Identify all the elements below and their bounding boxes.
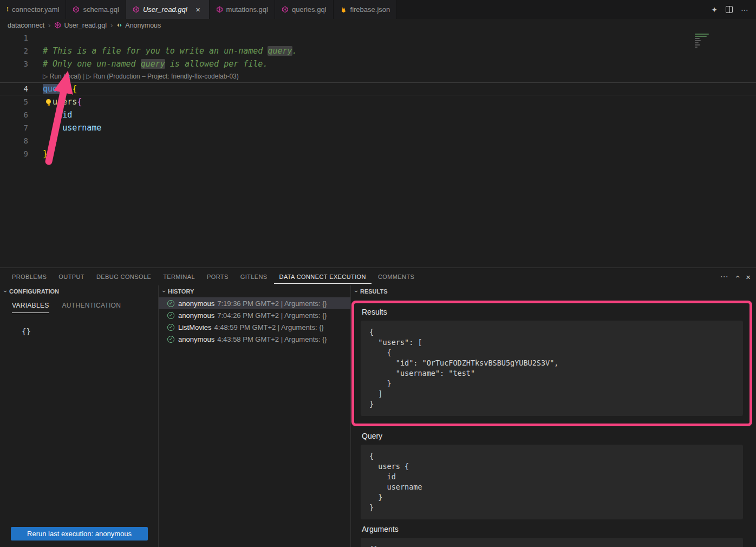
codelens-row: ▷ Run (local) | ▷ Run (Production – Proj… xyxy=(0,70,756,82)
panel-tab-problems[interactable]: PROBLEMS xyxy=(6,270,52,284)
history-item[interactable]: ✓ListMovies4:48:59 PM GMT+2 | Arguments:… xyxy=(159,321,350,333)
editor-line-3: 3# Only one un-named query is allowed pe… xyxy=(0,57,756,70)
tab-label: schema.gql xyxy=(83,5,119,14)
breadcrumb-item[interactable]: Anonymous xyxy=(125,22,161,29)
token: id xyxy=(62,110,72,120)
panel-tab-terminal[interactable]: TERMINAL xyxy=(158,270,200,284)
lightbulb-icon[interactable] xyxy=(46,99,51,104)
token: # Only one un-named xyxy=(43,59,141,69)
check-circle-icon: ✓ xyxy=(167,324,174,331)
history-item-meta: 7:04:26 PM GMT+2 | Arguments: {} xyxy=(217,311,327,320)
split-editor-icon[interactable] xyxy=(726,6,733,13)
minimap-line xyxy=(695,40,701,41)
panel-more-icon[interactable]: ⋯ xyxy=(720,272,728,282)
tab-label: User_read.gql xyxy=(143,5,187,14)
panel-actions: ⋯ › × xyxy=(720,272,751,282)
rerun-last-execution-button[interactable]: Rerun last execution: anonymous xyxy=(11,527,148,541)
history-list: ✓anonymous7:19:36 PM GMT+2 | Arguments: … xyxy=(159,297,350,547)
history-item[interactable]: ✓anonymous4:43:58 PM GMT+2 | Arguments: … xyxy=(159,333,350,345)
line-number: 7 xyxy=(0,121,28,134)
editor-tab-firebase-json[interactable]: firebase.json xyxy=(334,0,397,19)
history-item[interactable]: ✓anonymous7:19:36 PM GMT+2 | Arguments: … xyxy=(159,297,350,309)
panel-tab-data-connect-execution[interactable]: DATA CONNECT EXECUTION xyxy=(274,270,372,284)
code-text: } xyxy=(43,149,48,159)
panel-maximize-icon[interactable]: › xyxy=(733,276,741,278)
panel-tab-output[interactable]: OUTPUT xyxy=(53,270,90,284)
token xyxy=(67,84,72,94)
panel-close-icon[interactable]: × xyxy=(746,272,751,282)
breadcrumb-item[interactable]: User_read.gql xyxy=(64,22,107,29)
line-number: 9 xyxy=(0,147,28,160)
editor-tab-mutations-gql[interactable]: mutations.gql xyxy=(210,0,275,19)
chevron-right-icon: › xyxy=(110,21,113,29)
chevron-right-icon: › xyxy=(48,21,50,29)
history-pane: › HISTORY ✓anonymous7:19:36 PM GMT+2 | A… xyxy=(159,285,351,547)
close-icon[interactable]: × xyxy=(194,5,203,14)
vscode-window: !connector.yamlschema.gqlUser_read.gql×m… xyxy=(0,0,756,547)
editor-tab-schema-gql[interactable]: schema.gql xyxy=(66,0,126,19)
codelens-run-local[interactable]: ▷ Run (local) xyxy=(43,73,81,80)
results-sections: Results{ "users": [ { "id": "OrTucFODZHT… xyxy=(361,301,743,547)
minimap-line xyxy=(695,34,709,35)
editor-line-2: 2# This is a file for you to write an un… xyxy=(0,44,756,57)
panel-tab-ports[interactable]: PORTS xyxy=(201,270,234,284)
line-number: 2 xyxy=(0,44,28,57)
code-block: {} xyxy=(361,538,743,547)
editor-tabs: !connector.yamlschema.gqlUser_read.gql×m… xyxy=(0,0,397,19)
line-number: 3 xyxy=(0,57,28,70)
more-actions-icon[interactable]: ⋯ xyxy=(741,5,748,14)
history-item-name: anonymous xyxy=(178,335,214,343)
token: { xyxy=(77,97,82,107)
results-header[interactable]: › RESULTS xyxy=(351,285,756,297)
token: query xyxy=(141,59,165,69)
codelens-run-production[interactable]: ▷ Run (Production – Project: friendly-fl… xyxy=(86,73,238,80)
panel-body: › CONFIGURATION VARIABLESAUTHENTICATION … xyxy=(0,285,756,547)
code-text: id xyxy=(43,110,72,120)
panel-tab-comments[interactable]: COMMENTS xyxy=(373,270,420,284)
tab-label: connector.yaml xyxy=(12,5,59,14)
history-item[interactable]: ✓anonymous7:04:26 PM GMT+2 | Arguments: … xyxy=(159,309,350,321)
editor-line-4: 4query { xyxy=(0,82,756,95)
panel-tab-gitlens[interactable]: GITLENS xyxy=(235,270,273,284)
code-block: { "users": [ { "id": "OrTucFODZHTksvBSBU… xyxy=(361,321,743,416)
code-text: # Only one un-named query is allowed per… xyxy=(43,59,268,69)
configuration-header[interactable]: › CONFIGURATION xyxy=(0,285,158,297)
minimap[interactable] xyxy=(695,34,711,53)
minimap-line xyxy=(695,42,699,43)
breadcrumb-item[interactable]: dataconnect xyxy=(8,22,44,29)
code-text: username xyxy=(43,123,101,133)
history-header[interactable]: › HISTORY xyxy=(159,285,350,297)
variables-value[interactable]: {} xyxy=(22,327,158,336)
line-number: 4 xyxy=(0,83,28,95)
config-tab-authentication[interactable]: AUTHENTICATION xyxy=(62,302,121,313)
bottom-panel: PROBLEMSOUTPUTDEBUG CONSOLETERMINALPORTS… xyxy=(0,268,756,547)
token: { xyxy=(72,84,77,94)
editor-line-1: 1 xyxy=(0,31,756,44)
editor-tab-connector-yaml[interactable]: !connector.yaml xyxy=(0,0,66,19)
panel-tab-debug-console[interactable]: DEBUG CONSOLE xyxy=(91,270,157,284)
history-item-name: ListMovies xyxy=(178,323,211,331)
token: query xyxy=(43,84,67,94)
token xyxy=(43,136,53,146)
copilot-icon[interactable]: ✦ xyxy=(711,5,718,14)
section-label: Query xyxy=(362,432,743,440)
history-item-meta: 4:48:59 PM GMT+2 | Arguments: {} xyxy=(214,323,323,331)
results-title: RESULTS xyxy=(360,288,388,295)
editor-tab-queries-gql[interactable]: queries.gql xyxy=(275,0,334,19)
token: users xyxy=(53,97,77,107)
chevron-down-icon: › xyxy=(353,290,360,292)
results-scroll-area[interactable]: Results{ "users": [ { "id": "OrTucFODZHT… xyxy=(351,297,756,547)
code-text: query { xyxy=(43,84,77,94)
section-label: Arguments xyxy=(362,525,743,533)
line-number: 8 xyxy=(0,134,28,147)
token: . xyxy=(292,46,297,56)
editor-tab-user_read-gql[interactable]: User_read.gql× xyxy=(126,0,210,19)
chevron-down-icon: › xyxy=(160,290,168,292)
code-editor[interactable]: 12# This is a file for you to write an u… xyxy=(0,31,756,268)
history-item-meta: 4:43:58 PM GMT+2 | Arguments: {} xyxy=(217,335,327,343)
yaml-warning-icon: ! xyxy=(6,5,9,14)
config-tab-variables[interactable]: VARIABLES xyxy=(12,302,49,313)
minimap-line xyxy=(695,38,700,39)
result-section-arguments: Arguments{} xyxy=(361,525,743,547)
results-pane: › RESULTS Results{ "users": [ { "id": "O… xyxy=(351,285,756,547)
